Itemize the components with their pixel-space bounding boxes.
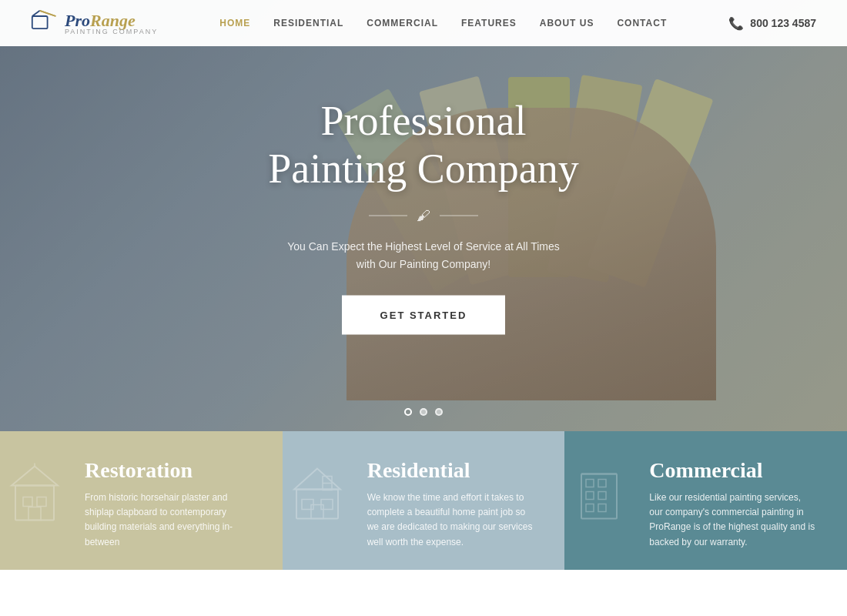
carousel-dots: [404, 408, 443, 416]
service-content: Commercial Like our residential painting…: [595, 458, 816, 550]
svg-rect-20: [586, 492, 594, 500]
svg-rect-22: [586, 504, 594, 512]
service-title: Residential: [367, 458, 534, 483]
hero-title-line2: Painting Company: [268, 146, 579, 192]
service-title: Commercial: [649, 458, 816, 483]
nav-link-contact[interactable]: CONTACT: [617, 18, 667, 28]
nav-link-about-us[interactable]: ABOUT US: [540, 18, 594, 28]
hero-title-line1: Professional: [321, 98, 527, 144]
nav-links: HOMERESIDENTIALCOMMERCIALFEATURESABOUT U…: [219, 18, 667, 28]
divider-left: [369, 216, 407, 216]
service-content: Restoration From historic horsehair plas…: [31, 458, 252, 550]
navbar: ProRange PAINTING COMPANY HOMERESIDENTIA…: [0, 0, 847, 46]
service-description: Like our residential painting services, …: [649, 490, 816, 550]
svg-rect-0: [32, 16, 48, 28]
hero-subtitle-line2: with Our Painting Company!: [357, 257, 490, 270]
hero-subtitle: You Can Expect the Highest Level of Serv…: [192, 238, 654, 273]
carousel-dot-2[interactable]: [420, 408, 427, 416]
nav-link-residential[interactable]: RESIDENTIAL: [273, 18, 343, 28]
hero-subtitle-line1: You Can Expect the Highest Level of Serv…: [287, 240, 560, 253]
get-started-button[interactable]: GET STARTED: [342, 295, 506, 334]
hero-title: Professional Painting Company: [192, 97, 654, 192]
service-description: From historic horsehair plaster and ship…: [85, 490, 252, 550]
divider-right: [440, 216, 478, 216]
service-card-restoration: Restoration From historic horsehair plas…: [0, 431, 283, 570]
service-card-commercial: Commercial Like our residential painting…: [564, 431, 847, 570]
service-description: We know the time and effort it takes to …: [367, 490, 534, 550]
svg-rect-18: [586, 480, 594, 487]
hero-content: Professional Painting Company 🖌 You Can …: [192, 97, 654, 335]
phone-number: 800 123 4587: [750, 17, 816, 29]
services-section: Restoration From historic horsehair plas…: [0, 431, 847, 570]
phone-display: 📞 800 123 4587: [728, 16, 816, 31]
nav-link-home[interactable]: HOME: [219, 18, 250, 28]
phone-icon: 📞: [728, 16, 744, 31]
svg-line-3: [40, 11, 56, 16]
service-title: Restoration: [85, 458, 252, 483]
logo-subtitle: PAINTING COMPANY: [65, 28, 158, 35]
hero-section: Professional Painting Company 🖌 You Can …: [0, 0, 847, 431]
logo[interactable]: ProRange PAINTING COMPANY: [31, 9, 158, 37]
service-content: Residential We know the time and effort …: [313, 458, 534, 550]
carousel-dot-1[interactable]: [404, 408, 412, 416]
nav-link-commercial[interactable]: COMMERCIAL: [367, 18, 438, 28]
svg-line-2: [32, 11, 40, 16]
service-card-residential: Residential We know the time and effort …: [283, 431, 565, 570]
carousel-dot-3[interactable]: [435, 408, 443, 416]
hero-divider: 🖌: [192, 208, 654, 224]
paintbrush-icon: 🖌: [417, 208, 430, 224]
nav-link-features[interactable]: FEATURES: [461, 18, 517, 28]
